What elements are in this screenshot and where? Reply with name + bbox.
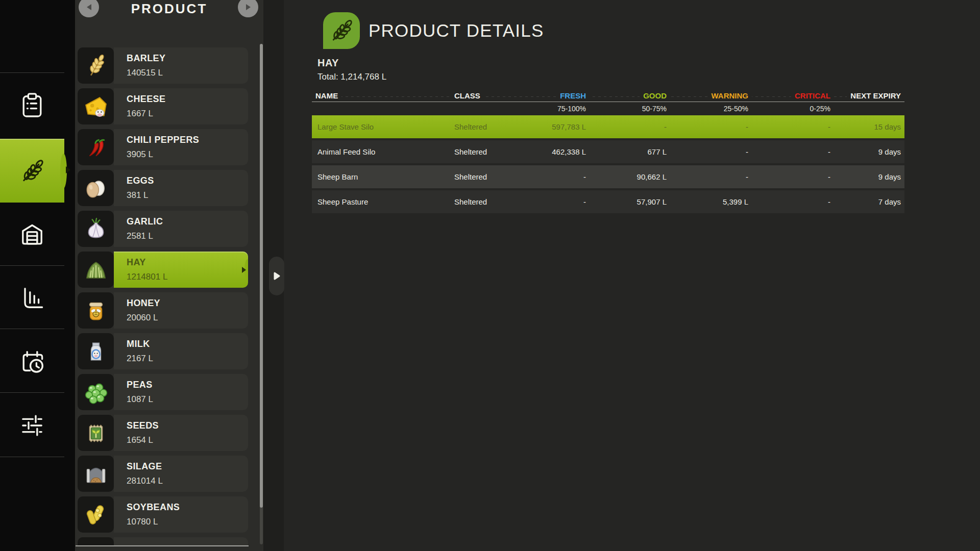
cell-class: Sheltered [451, 122, 517, 131]
list-item-garlic[interactable]: GARLIC 2581 L [78, 211, 248, 247]
column-header-name: NAME [312, 90, 451, 102]
product-name: HONEY [127, 298, 242, 309]
barley-icon [83, 53, 109, 79]
product-icon-tile [78, 456, 114, 492]
divider [0, 329, 64, 329]
cell-name: Sheep Barn [312, 172, 451, 181]
product-icon-tile [78, 415, 114, 451]
product-amount: 1214801 L [127, 272, 242, 282]
nav-rail [0, 0, 75, 551]
cell-warning: - [670, 172, 752, 181]
peas-icon [83, 380, 109, 405]
panel-title: PRODUCT [75, 1, 263, 17]
product-icon-tile [78, 170, 114, 206]
list-item-seeds[interactable]: SEEDS 1654 L [78, 415, 248, 451]
list-item-chili-peppers[interactable]: CHILI PEPPERS 3905 L [78, 129, 248, 165]
cell-fresh: 462,338 L [517, 147, 590, 156]
soybeans-icon [83, 502, 109, 528]
scrollbar-track[interactable] [260, 44, 263, 544]
product-amount: 1667 L [127, 109, 242, 119]
column-header-fresh: FRESH [517, 90, 590, 102]
product-name: SOYBEANS [127, 502, 242, 513]
cell-expiry: 15 days [834, 122, 904, 131]
product-icon-tile [78, 88, 114, 124]
scrollbar-thumb[interactable] [260, 44, 263, 508]
table-row-animal-feed-silo[interactable]: Animal Feed SiloSheltered462,338 L677 L-… [312, 140, 904, 163]
panel-bottom-divider [76, 545, 249, 546]
list-item-milk[interactable]: MILK 2167 L [78, 333, 248, 369]
chevron-right-icon [273, 271, 281, 281]
table-row-sheep-pasture[interactable]: Sheep PastureSheltered-57,907 L5,399 L-7… [312, 190, 904, 213]
product-icon-tile [78, 374, 114, 410]
sidebar-tab-calendar[interactable] [0, 330, 64, 392]
column-header-class: CLASS [451, 90, 517, 102]
product-icon-tile [78, 292, 114, 329]
silage-icon [83, 461, 109, 487]
table-row-sheep-barn[interactable]: Sheep BarnSheltered-90,662 L--9 days [312, 165, 904, 188]
table-header-row: NAMECLASSFRESHGOODWARNINGCRITICALNEXT EX… [312, 90, 904, 102]
details-total: Total: 1,214,768 L [317, 72, 386, 82]
product-icon-tile [78, 496, 114, 533]
product-name: CHEESE [127, 94, 242, 105]
sidebar-tab-sliders[interactable] [0, 394, 64, 457]
product-icon-tile [78, 333, 114, 369]
list-item-peas[interactable]: PEAS 1087 L [78, 374, 248, 410]
cell-critical: - [752, 197, 834, 206]
list-item-soybeans[interactable]: SOYBEANS 10780 L [78, 496, 248, 533]
cell-critical: - [752, 172, 834, 181]
cell-warning: - [670, 122, 752, 131]
list-item-barley[interactable]: BARLEY 140515 L [78, 47, 248, 84]
product-name: CHILI PEPPERS [127, 135, 242, 145]
sidebar-tab-barn[interactable] [0, 203, 64, 265]
list-item-silage[interactable]: SILAGE 281014 L [78, 456, 248, 492]
product-icon-tile [78, 252, 114, 288]
product-amount: 3905 L [127, 149, 242, 160]
column-range-warning: 25-50% [670, 102, 752, 115]
product-name: BARLEY [127, 53, 242, 64]
sidebar-tab-wheat[interactable] [0, 139, 64, 203]
product-panel: PRODUCT BARLEY 140515 L CHEESE 1667 L CH… [75, 0, 263, 551]
cell-expiry: 9 days [834, 172, 904, 181]
table-row-large-stave-silo[interactable]: Large Stave SiloSheltered597,783 L---15 … [312, 115, 904, 138]
cell-expiry: 9 days [834, 147, 904, 156]
seeds-icon [83, 420, 109, 446]
cell-critical: - [752, 147, 834, 156]
chart-icon [18, 284, 46, 312]
cell-good: 677 L [590, 147, 670, 156]
cell-fresh: - [517, 172, 590, 181]
product-icon-tile [78, 129, 114, 165]
arrow-left-icon [87, 4, 91, 10]
product-name: SEEDS [127, 420, 242, 431]
divider [0, 457, 64, 457]
cheese-icon [83, 94, 109, 119]
selected-arrow-icon [242, 267, 246, 273]
product-list: BARLEY 140515 L CHEESE 1667 L CHILI PEPP… [78, 47, 248, 546]
cell-class: Sheltered [451, 147, 517, 156]
product-name: GARLIC [127, 216, 242, 227]
garlic-icon [83, 216, 109, 242]
list-item-eggs[interactable]: EGGS 381 L [78, 170, 248, 206]
column-range-critical: 0-25% [752, 102, 834, 115]
cell-warning: - [670, 147, 752, 156]
cell-critical: - [752, 122, 834, 131]
divider [0, 265, 64, 266]
table-range-row: 75-100%50-75%25-50%0-25% [312, 102, 904, 115]
storage-table: NAMECLASSFRESHGOODWARNINGCRITICALNEXT EX… [312, 90, 904, 215]
list-item-cheese[interactable]: CHEESE 1667 L [78, 88, 248, 124]
list-item-hay[interactable]: HAY 1214801 L [78, 252, 248, 288]
column-header-critical: CRITICAL [752, 90, 834, 102]
product-amount: 20060 L [127, 313, 242, 323]
details-header-icon [323, 12, 360, 49]
product-name: PEAS [127, 380, 242, 390]
collapse-panel-button[interactable] [269, 257, 284, 295]
sidebar-tab-clipboard[interactable] [0, 73, 64, 138]
calendar-icon [18, 347, 46, 375]
cell-name: Sheep Pasture [312, 197, 451, 206]
column-header-warning: WARNING [670, 90, 752, 102]
chili-icon [83, 135, 109, 160]
list-item-honey[interactable]: HONEY 20060 L [78, 292, 248, 329]
list-item-partial[interactable] [78, 537, 248, 546]
product-name: EGGS [127, 176, 242, 186]
sidebar-tab-chart[interactable] [0, 267, 64, 329]
milk-icon [83, 339, 109, 364]
